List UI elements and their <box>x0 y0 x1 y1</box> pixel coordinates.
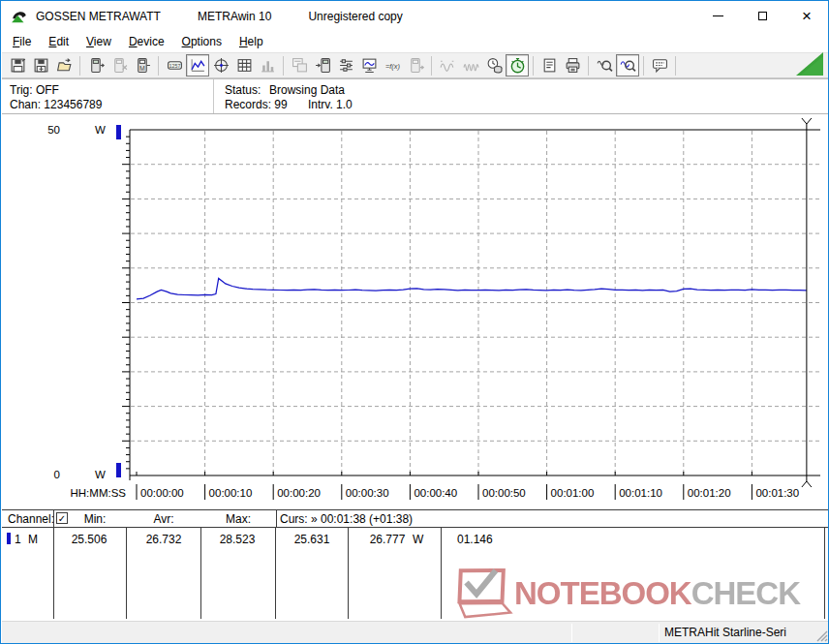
device-memory-button[interactable]: M <box>131 54 154 77</box>
lcd-display-icon: 1257 <box>167 57 183 74</box>
table-divider <box>53 510 54 528</box>
svg-text:00:01:10: 00:01:10 <box>619 487 662 499</box>
maximize-icon <box>758 12 767 20</box>
table-divider <box>276 510 277 528</box>
device-import-icon <box>315 57 331 74</box>
bar-graph-icon <box>260 57 276 74</box>
zoom-window-icon <box>620 57 636 74</box>
svg-text:00:00:30: 00:00:30 <box>346 487 389 499</box>
svg-text:W: W <box>95 469 106 480</box>
menu-item-file[interactable]: File <box>4 32 40 51</box>
crosshair-chart-button[interactable] <box>209 54 232 77</box>
menu-bar: FileEditViewDeviceOptionsHelp <box>2 31 829 52</box>
app-logo-icon <box>11 8 28 25</box>
header-avr: Avr: <box>153 512 173 526</box>
table-view-button[interactable] <box>232 54 256 77</box>
status-label: Status: <box>225 83 261 97</box>
channel-checkbox[interactable]: ✓ <box>56 512 68 524</box>
window-export-icon <box>292 57 308 74</box>
status-panel: Trig: OFF Chan: 123456789 Status: Browsi… <box>2 78 829 114</box>
chart-area[interactable]: 00:00:0000:00:1000:00:2000:00:3000:00:40… <box>2 114 829 509</box>
line-chart-button[interactable] <box>186 54 209 77</box>
toolbar-separator <box>533 56 534 76</box>
table-header-row: Channel: ✓ Min: Avr: Max: Curs: » 00:01:… <box>2 510 829 528</box>
monitor-button[interactable] <box>357 54 381 77</box>
print-preview-button[interactable] <box>537 54 561 77</box>
wave-fine-button <box>459 54 482 77</box>
clock-database-button[interactable] <box>482 54 506 77</box>
timer-green-button[interactable] <box>506 54 529 77</box>
svg-text:0: 0 <box>54 469 60 480</box>
device-memory-icon: M <box>135 57 151 74</box>
save-disk-button[interactable] <box>6 54 29 77</box>
corner-triangle-icon <box>796 52 823 76</box>
channel-settings-icon <box>338 57 354 74</box>
table-view-icon <box>236 57 253 74</box>
svg-text:00:00:50: 00:00:50 <box>482 487 526 499</box>
maximize-button[interactable] <box>740 1 784 31</box>
formula-fx-button[interactable]: =f(x) <box>381 54 404 77</box>
formula-fx-icon: =f(x) <box>384 57 401 74</box>
zoom-out-button[interactable] <box>593 54 616 77</box>
app-window: GOSSEN METRAWATT METRAwin 10 Unregistere… <box>0 0 829 644</box>
connected-device-label: METRAHit Starline-Seri <box>664 626 786 639</box>
menu-item-help[interactable]: Help <box>230 32 272 51</box>
open-folder-button[interactable] <box>52 54 76 77</box>
svg-text:00:00:00: 00:00:00 <box>140 487 184 499</box>
cell-min: 25.506 <box>72 533 107 546</box>
device-import-button[interactable] <box>311 54 334 77</box>
window-export-button <box>288 54 311 77</box>
resize-grip[interactable] <box>814 629 828 642</box>
svg-text:1257: 1257 <box>169 63 180 69</box>
cell-max: 28.523 <box>220 533 256 546</box>
minimize-button[interactable] <box>695 1 740 31</box>
cell-channel-mode: M <box>28 533 38 546</box>
table-divider <box>200 528 201 619</box>
table-divider <box>275 528 276 619</box>
svg-text:50: 50 <box>47 124 60 136</box>
table-divider <box>348 528 349 619</box>
header-max: Max: <box>226 512 251 526</box>
device-clear-button <box>107 54 131 77</box>
channel-settings-button[interactable] <box>334 54 357 77</box>
wave-coarse-icon <box>440 57 456 74</box>
lcd-display-button[interactable]: 1257 <box>163 54 186 77</box>
device-transfer-icon <box>408 57 424 74</box>
interval-value: Intrv. 1.0 <box>308 98 353 111</box>
wave-fine-icon <box>463 57 479 74</box>
timer-green-icon <box>509 57 526 74</box>
records-count: Records: 99 <box>225 98 288 111</box>
svg-text:00:01:00: 00:01:00 <box>551 487 595 499</box>
power-chart[interactable]: 00:00:0000:00:1000:00:2000:00:3000:00:40… <box>2 114 829 509</box>
toolbar-separator <box>158 56 159 76</box>
toolbar: M1257=f(x) <box>2 52 829 78</box>
save-channels-button[interactable] <box>29 54 52 77</box>
channel-list: Chan: 123456789 <box>10 98 102 111</box>
comment-bubble-button[interactable] <box>648 54 671 77</box>
statusbar-divider <box>571 624 572 642</box>
cell-channel-number: 1 <box>15 533 21 546</box>
menu-item-device[interactable]: Device <box>120 32 173 51</box>
cell-cursor-a: 25.631 <box>294 533 330 546</box>
channel-color-marker <box>7 533 11 544</box>
menu-item-edit[interactable]: Edit <box>40 32 77 51</box>
toolbar-separator <box>643 56 644 76</box>
clock-database-icon <box>486 57 503 74</box>
device-read-button[interactable] <box>84 54 107 77</box>
status-value: Browsing Data <box>269 83 345 97</box>
save-disk-icon <box>10 57 26 74</box>
svg-text:HH:MM:SS: HH:MM:SS <box>71 487 127 499</box>
close-button[interactable]: × <box>784 1 829 31</box>
zoom-window-button[interactable] <box>616 54 639 77</box>
minimize-icon <box>713 15 723 16</box>
printer-button[interactable] <box>561 54 584 77</box>
svg-text:00:00:40: 00:00:40 <box>414 487 457 499</box>
toolbar-separator <box>431 56 432 76</box>
bar-graph-button <box>256 54 279 77</box>
crosshair-chart-icon <box>213 57 230 74</box>
menu-item-options[interactable]: Options <box>173 32 230 51</box>
device-read-icon <box>88 57 105 74</box>
toolbar-separator <box>283 56 284 76</box>
svg-text:00:00:20: 00:00:20 <box>277 487 321 499</box>
menu-item-view[interactable]: View <box>77 32 120 51</box>
